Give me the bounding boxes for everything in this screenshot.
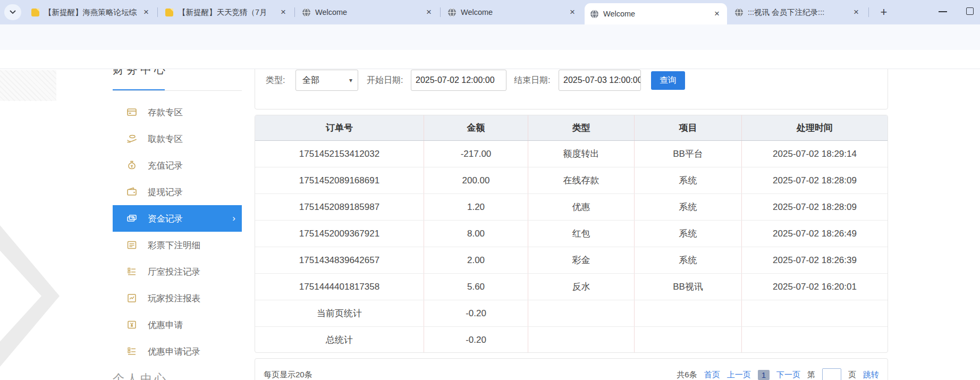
cell-amount: 5.60	[424, 274, 528, 300]
end-date-label: 结束日期:	[514, 70, 550, 91]
tab-title: Welcome	[461, 8, 563, 16]
list-detail-icon	[126, 240, 137, 250]
cell-summary-label: 当前页统计	[255, 300, 424, 326]
goto-page-input[interactable]	[822, 368, 841, 380]
next-page-link[interactable]: 下一页	[776, 370, 800, 380]
tab-search-button[interactable]	[4, 4, 21, 20]
browser-tab-6[interactable]: :::视讯 会员下注纪录::: ×	[729, 0, 866, 24]
new-tab-button[interactable]: +	[876, 4, 892, 20]
sidebar-item-room-bet-records[interactable]: 厅室投注记录	[113, 258, 242, 285]
chart-report-icon	[126, 293, 137, 303]
sidebar-section-personal-center: 个人中心	[113, 371, 168, 380]
cell-time: 2025-07-02 18:28:09	[741, 167, 888, 193]
start-date-input[interactable]	[411, 70, 506, 91]
prev-page-link[interactable]: 上一页	[727, 370, 751, 380]
background-pattern	[0, 70, 56, 101]
table-row: 1751452153412032 -217.00 额度转出 BB平台 2025-…	[255, 141, 888, 167]
cell-amount: 2.00	[424, 247, 528, 273]
tab-title: :::视讯 会员下注纪录:::	[748, 7, 847, 18]
bookmarks-bar: 百度一下	[0, 50, 980, 69]
tab-separator	[868, 7, 869, 17]
tab-close-icon[interactable]: ×	[424, 7, 434, 18]
cell-type: 彩金	[528, 247, 634, 273]
table-summary-row-page: 当前页统计 -0.20	[255, 300, 888, 327]
goto-label-pre: 第	[807, 370, 815, 380]
type-select[interactable]: 全部 ▾	[295, 70, 358, 91]
sidebar-menu: 存款专区 取款专区 充值记录 提现记录 资金记录 › 彩票下注明细	[113, 99, 242, 365]
tab-close-icon[interactable]: ×	[141, 7, 151, 18]
banknotes-icon	[126, 213, 137, 224]
tab-title: 【新提醒】天天竞猜（7月	[178, 7, 274, 18]
query-button[interactable]: 查询	[651, 71, 685, 90]
sidebar-item-deposit-zone[interactable]: 存款专区	[113, 99, 242, 125]
cell-order-no: 1751452089168691	[255, 167, 424, 193]
browser-tab-1[interactable]: 【新提醒】海燕策略论坛综 ×	[26, 0, 156, 24]
records-table: 订单号 金额 类型 项目 处理时间 1751452153412032 -217.…	[255, 115, 888, 353]
yellow-doc-favicon	[165, 8, 174, 17]
total-count: 共6条	[677, 370, 697, 380]
tab-title: 【新提醒】海燕策略论坛综	[44, 7, 137, 18]
cell-type: 红包	[528, 221, 634, 247]
cell-type: 额度转出	[528, 141, 634, 167]
hand-money-icon	[126, 133, 137, 144]
end-date-input[interactable]	[559, 70, 641, 91]
col-header-order-no: 订单号	[255, 115, 424, 140]
sidebar-item-promo-apply[interactable]: 优惠申请	[113, 311, 242, 338]
table-summary-row-total: 总统计 -0.20	[255, 327, 888, 353]
globe-favicon	[590, 10, 599, 19]
start-date-label: 开始日期:	[367, 70, 403, 91]
tab-close-icon[interactable]: ×	[851, 7, 861, 18]
globe-favicon	[447, 8, 457, 17]
tab-close-icon[interactable]: ×	[568, 7, 577, 18]
cell-amount: -217.00	[424, 141, 528, 167]
cell-order-no: 1751434839642657	[255, 247, 424, 273]
cell-amount: 1.20	[424, 194, 528, 220]
cell-time: 2025-07-02 18:28:09	[741, 194, 888, 220]
cell-time: 2025-07-02 16:20:01	[741, 274, 888, 300]
sidebar-item-withdraw-zone[interactable]: 取款专区	[113, 125, 242, 152]
tab-close-icon[interactable]: ×	[278, 7, 288, 18]
browser-tab-2[interactable]: 【新提醒】天天竞猜（7月 ×	[159, 0, 293, 24]
sidebar-item-fund-records[interactable]: 资金记录 ›	[113, 205, 242, 232]
list-bullets-icon	[126, 346, 137, 357]
cell-type: 在线存款	[528, 167, 634, 193]
table-row: 1751452089168691 200.00 在线存款 系统 2025-07-…	[255, 167, 888, 194]
browser-tab-3[interactable]: Welcome ×	[297, 0, 439, 24]
coupon-icon	[126, 319, 137, 330]
type-label: 类型:	[266, 70, 285, 91]
cell-summary-label: 总统计	[255, 327, 424, 353]
cell-order-no: 1751452089185987	[255, 194, 424, 220]
tab-strip: 【新提醒】海燕策略论坛综 × 【新提醒】天天竞猜（7月 × Welcome × …	[0, 0, 980, 24]
sidebar-item-promo-apply-records[interactable]: 优惠申请记录	[113, 338, 242, 365]
browser-window: 【新提醒】海燕策略论坛综 × 【新提醒】天天竞猜（7月 × Welcome × …	[0, 0, 980, 380]
cell-project: BB视讯	[634, 274, 741, 300]
cell-amount: 200.00	[424, 167, 528, 193]
window-maximize-button[interactable]	[966, 7, 974, 15]
goto-button[interactable]: 跳转	[863, 370, 879, 380]
tab-close-icon[interactable]: ×	[712, 9, 722, 19]
cell-project: 系统	[634, 247, 741, 273]
first-page-link[interactable]: 首页	[704, 370, 720, 380]
cell-order-no: 1751444401817358	[255, 274, 424, 300]
sidebar-section-header: 财务中心	[113, 69, 192, 81]
table-row: 1751452009367921 8.00 红包 系统 2025-07-02 1…	[255, 221, 888, 247]
browser-tab-5-active[interactable]: Welcome ×	[585, 3, 727, 24]
pagination-panel: 每页显示20条 共6条 首页 上一页 1 下一页 第 页 跳转	[255, 358, 888, 380]
table-row: 1751444401817358 5.60 反水 BB视讯 2025-07-02…	[255, 274, 888, 300]
cell-project: 系统	[634, 194, 741, 220]
cell-time: 2025-07-02 18:26:39	[741, 247, 888, 273]
cell-summary-amount: -0.20	[424, 327, 528, 353]
col-header-time: 处理时间	[741, 115, 888, 140]
sidebar-item-recharge-records[interactable]: 充值记录	[113, 152, 242, 179]
yellow-doc-favicon	[31, 8, 40, 17]
sidebar-item-lottery-bet-details[interactable]: 彩票下注明细	[113, 232, 242, 258]
sidebar-item-withdrawal-records[interactable]: 提现记录	[113, 179, 242, 205]
tab-separator	[294, 7, 295, 17]
pager: 共6条 首页 上一页 1 下一页 第 页 跳转	[677, 366, 879, 380]
browser-tab-4[interactable]: Welcome ×	[442, 0, 582, 24]
window-minimize-button[interactable]	[939, 11, 947, 12]
globe-favicon	[734, 8, 744, 17]
bank-card-icon	[126, 107, 137, 117]
sidebar-item-player-bet-report[interactable]: 玩家投注报表	[113, 285, 242, 311]
table-row: 1751434839642657 2.00 彩金 系统 2025-07-02 1…	[255, 247, 888, 274]
